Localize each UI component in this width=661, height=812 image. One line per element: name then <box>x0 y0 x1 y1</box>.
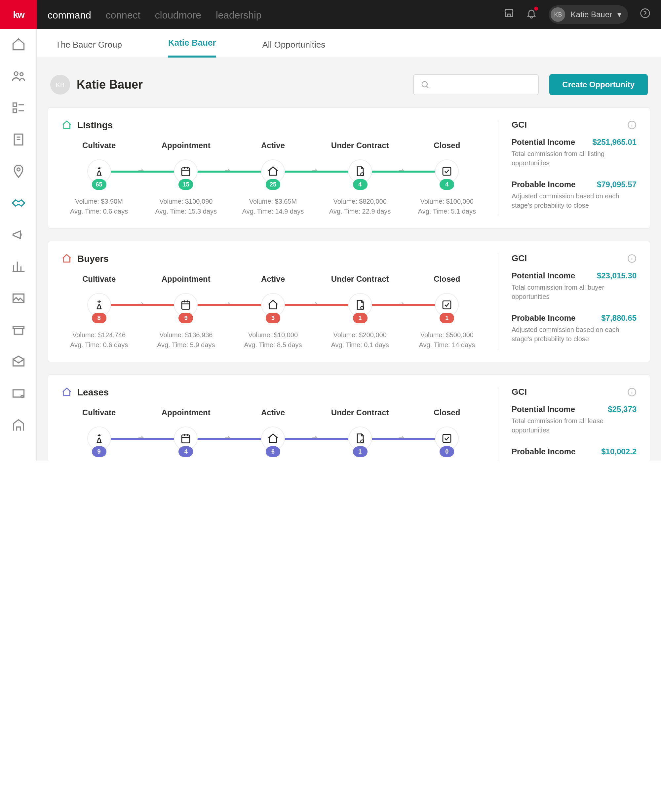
svg-rect-22 <box>443 435 451 442</box>
nav-doc-icon[interactable] <box>11 132 26 147</box>
nav-pin-icon[interactable] <box>11 164 26 179</box>
left-nav <box>0 29 37 460</box>
svg-rect-12 <box>182 168 190 176</box>
stage-active[interactable]: Active 3 Volume: $10,000Avg. Time: 8.5 d… <box>235 275 310 350</box>
nav-image-icon[interactable] <box>11 291 26 305</box>
pipeline-listings: Listings Cultivate 65 Volume: $3.90MAvg.… <box>48 107 650 229</box>
nav-megaphone-icon[interactable] <box>11 227 26 242</box>
pipeline-leases: Leases Cultivate 9 Volume: $4,800Avg. Ti… <box>48 374 650 460</box>
tab-all-opportunities[interactable]: All Opportunities <box>262 40 325 58</box>
search-icon <box>420 80 429 89</box>
page-header: KB Katie Bauer Create Opportunity <box>48 69 650 107</box>
svg-rect-3 <box>13 103 16 107</box>
nav-home-icon[interactable] <box>11 37 26 51</box>
stage-appointment[interactable]: Appointment 9 Volume: $136,936Avg. Time:… <box>148 275 224 350</box>
svg-point-21 <box>361 440 364 443</box>
top-nav: commandconnectcloudmoreleadership <box>48 9 262 20</box>
info-icon[interactable] <box>627 387 637 396</box>
stage-cultivate[interactable]: Cultivate 8 Volume: $124,746Avg. Time: 0… <box>61 275 136 350</box>
svg-point-2 <box>20 73 23 76</box>
stage-cultivate[interactable]: Cultivate 9 Volume: $4,800Avg. Time: 0.6… <box>61 408 136 460</box>
svg-point-6 <box>16 168 19 171</box>
user-menu[interactable]: KB Katie Bauer ▾ <box>549 5 628 24</box>
topnav-leadership[interactable]: leadership <box>216 9 262 20</box>
tab-katie-bauer[interactable]: Katie Bauer <box>168 38 216 58</box>
svg-rect-16 <box>182 302 190 310</box>
nav-mail-icon[interactable] <box>11 355 26 369</box>
stage-under contract[interactable]: Under Contract 1 Volume: $5,000Avg. Time… <box>323 408 398 460</box>
store-icon[interactable] <box>504 8 514 21</box>
svg-point-1 <box>14 72 18 75</box>
topnav-command[interactable]: command <box>48 9 91 20</box>
page-title: Katie Bauer <box>77 78 143 91</box>
svg-point-11 <box>422 82 427 87</box>
gci-panel: GCI Potential Income$25,373 Total commis… <box>498 387 637 460</box>
topbar: kw commandconnectcloudmoreleadership KB … <box>0 0 661 29</box>
nav-handshake-icon[interactable] <box>11 196 26 210</box>
stage-cultivate[interactable]: Cultivate 65 Volume: $3.90MAvg. Time: 0.… <box>61 141 136 216</box>
stage-appointment[interactable]: Appointment 15 Volume: $100,090Avg. Time… <box>148 141 224 216</box>
avatar: KB <box>50 75 70 94</box>
topnav-connect[interactable]: connect <box>106 9 141 20</box>
stage-active[interactable]: Active 25 Volume: $3.65MAvg. Time: 14.9 … <box>235 141 310 216</box>
nav-chart-icon[interactable] <box>11 259 26 274</box>
sub-tabs: The Bauer GroupKatie BauerAll Opportunit… <box>37 29 661 58</box>
notifications-icon[interactable] <box>527 8 537 21</box>
stage-active[interactable]: Active 6 Volume: $1,000Avg. Time: 4 days <box>235 408 310 460</box>
stage-closed[interactable]: Closed 4 Volume: $100,000Avg. Time: 5.1 … <box>409 141 484 216</box>
svg-rect-8 <box>13 326 24 329</box>
gci-panel: GCI Potential Income$23,015.30 Total com… <box>498 253 637 350</box>
tab-the-bauer-group[interactable]: The Bauer Group <box>56 40 122 58</box>
search-input[interactable] <box>413 74 538 95</box>
gci-panel: GCI Potential Income$251,965.01 Total co… <box>498 120 637 216</box>
info-icon[interactable] <box>627 254 637 263</box>
nav-tasks-icon[interactable] <box>11 101 26 115</box>
pipeline-buyers: Buyers Cultivate 8 Volume: $124,746Avg. … <box>48 241 650 362</box>
svg-rect-14 <box>443 167 451 175</box>
svg-rect-9 <box>13 390 24 397</box>
nav-card-icon[interactable] <box>11 386 26 401</box>
pipeline-title: Buyers <box>61 253 484 264</box>
pipeline-title: Listings <box>61 120 484 130</box>
svg-point-17 <box>361 307 364 310</box>
nav-building-icon[interactable] <box>11 418 26 432</box>
info-icon[interactable] <box>627 120 637 129</box>
logo[interactable]: kw <box>0 0 37 29</box>
pipeline-title: Leases <box>61 387 484 397</box>
stage-appointment[interactable]: Appointment 4 Volume: $12,423Avg. Time: … <box>148 408 224 460</box>
svg-rect-4 <box>13 109 16 113</box>
svg-point-13 <box>361 173 364 176</box>
chevron-down-icon: ▾ <box>617 10 621 19</box>
nav-people-icon[interactable] <box>11 69 26 83</box>
help-icon[interactable] <box>640 8 650 21</box>
svg-point-10 <box>21 395 23 398</box>
svg-point-0 <box>641 9 650 18</box>
svg-rect-18 <box>443 301 451 309</box>
create-opportunity-button[interactable]: Create Opportunity <box>549 74 648 95</box>
nav-archive-icon[interactable] <box>11 323 26 337</box>
stage-under contract[interactable]: Under Contract 4 Volume: $820,000Avg. Ti… <box>323 141 398 216</box>
stage-under contract[interactable]: Under Contract 1 Volume: $200,000Avg. Ti… <box>323 275 398 350</box>
stage-closed[interactable]: Closed 0 Volume: $0 <box>409 408 484 460</box>
topnav-cloudmore[interactable]: cloudmore <box>155 9 201 20</box>
stage-closed[interactable]: Closed 1 Volume: $500,000Avg. Time: 14 d… <box>409 275 484 350</box>
svg-rect-7 <box>13 294 24 302</box>
svg-rect-20 <box>182 435 190 443</box>
